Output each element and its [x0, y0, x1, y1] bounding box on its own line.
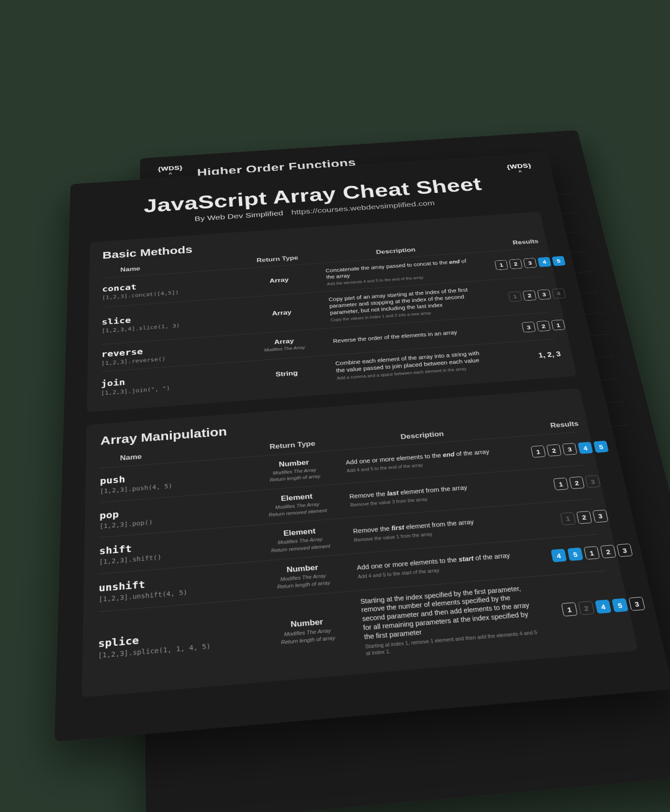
- description-cell: Remove the first element from the arrayR…: [352, 515, 518, 543]
- result-box: 2: [600, 545, 616, 559]
- result-box: 4: [595, 600, 611, 614]
- result-cell: 12453: [542, 595, 664, 618]
- result-box: 3: [585, 475, 600, 488]
- result-box: 1: [494, 260, 508, 270]
- method-cell: pop[1,2,3].pop(): [99, 499, 245, 530]
- result-box: 3: [537, 289, 551, 300]
- col-return: Return Type: [239, 253, 316, 265]
- result-boxes: 1234: [508, 288, 566, 302]
- result-box: 2: [523, 290, 537, 301]
- result-cell: 12345: [513, 439, 626, 459]
- result-box: 1: [560, 512, 576, 525]
- result-text: 1, 2, 3: [496, 347, 603, 363]
- result-box: 1: [553, 477, 568, 490]
- col-return: Return Type: [250, 438, 334, 452]
- description-cell: Copy part of an array starting at the in…: [328, 286, 479, 323]
- return-type-cell: String: [245, 368, 327, 381]
- result-box: 4: [550, 549, 567, 563]
- result-box: 2: [509, 259, 523, 269]
- description-cell: Concatenate the array passed to concat t…: [325, 258, 473, 286]
- method-cell: join[1,2,3].join(", "): [101, 369, 237, 396]
- method-cell: slice[1,2,3,4].slice(1, 3): [101, 308, 234, 334]
- description-cell: Add one or more elements to the start of…: [356, 550, 525, 580]
- result-boxes: 123: [560, 510, 608, 525]
- result-box: 5: [611, 598, 628, 613]
- return-type: String: [245, 368, 327, 381]
- return-type-cell: ElementModifies The ArrayReturn removed …: [255, 525, 344, 555]
- result-cell: 12345: [478, 255, 581, 271]
- result-boxes: 12345: [494, 256, 565, 270]
- result-box: 3: [628, 597, 645, 611]
- result-box: 3: [521, 322, 535, 333]
- description-cell: Remove the last element from the arrayRe…: [349, 480, 512, 508]
- result-box: 2: [536, 321, 550, 332]
- return-type-cell: Array: [240, 274, 318, 287]
- result-boxes: 123: [553, 475, 600, 490]
- return-type-cell: NumberModifies The ArrayReturn length of…: [261, 615, 354, 647]
- result-boxes: 12345: [530, 441, 609, 458]
- description-cell: Starting at the index specified by the f…: [360, 583, 539, 657]
- result-box: 5: [593, 441, 609, 453]
- description-cell: Add one or more elements to the end of t…: [345, 447, 506, 474]
- method-cell: reverse[1,2,3].reverse(): [101, 340, 236, 366]
- result-box: 2: [546, 444, 561, 457]
- wds-logo: {WDS}: [506, 163, 533, 175]
- section: Array ManipulationNameReturn TypeDescrip…: [82, 388, 638, 697]
- result-box: 1: [508, 291, 522, 302]
- result-box: 5: [567, 548, 583, 561]
- result-cell: 1, 2, 3: [496, 347, 603, 363]
- result-box: 1: [583, 546, 599, 560]
- result-cell: 1234: [484, 286, 589, 303]
- result-box: 5: [551, 256, 565, 266]
- return-type-cell: Array: [242, 307, 321, 319]
- wds-logo: {WDS}: [158, 165, 183, 177]
- return-type: Array: [240, 274, 318, 287]
- result-cell: 123: [525, 507, 642, 528]
- col-results: Results: [474, 236, 576, 249]
- description-cell: Combine each element of the array into a…: [335, 349, 489, 381]
- description-cell: Reverse the order of the elements in an …: [332, 327, 483, 345]
- result-cell: 123: [519, 472, 634, 493]
- result-box: 4: [577, 442, 593, 454]
- result-box: 1: [551, 319, 565, 330]
- method-cell: shift[1,2,3].shift(): [99, 534, 247, 565]
- result-box: 3: [592, 510, 608, 523]
- method-cell: push[1,2,3].push(4, 5): [99, 465, 243, 495]
- return-type-cell: ArrayModifies The Array: [244, 335, 325, 354]
- result-box: 3: [616, 543, 633, 557]
- description: Reverse the order of the elements in an …: [332, 327, 483, 345]
- return-type-cell: ElementModifies The ArrayReturn removed …: [253, 490, 341, 519]
- result-box: 2: [576, 511, 592, 524]
- section: Basic MethodsNameReturn TypeDescriptionR…: [87, 212, 577, 412]
- result-box: 4: [551, 288, 566, 299]
- col-results: Results: [509, 417, 620, 433]
- method-cell: unshift[1,2,3].unshift(4, 5): [98, 571, 249, 603]
- result-box: 2: [569, 477, 584, 489]
- result-box: 1: [561, 603, 577, 617]
- result-boxes: 12453: [561, 597, 645, 617]
- method-cell: splice[1,2,3].splice(1, 1, 4, 5): [98, 625, 252, 659]
- result-box: 4: [537, 257, 551, 267]
- result-box: 3: [523, 258, 537, 268]
- return-type: Array: [242, 307, 321, 319]
- return-type-cell: NumberModifies The ArrayReturn length of…: [251, 456, 338, 484]
- result-box: 1: [530, 445, 545, 458]
- result-boxes: 45123: [550, 543, 632, 562]
- return-type-cell: NumberModifies The ArrayReturn length of…: [257, 561, 349, 592]
- result-box: 2: [578, 601, 594, 615]
- result-boxes: 321: [521, 319, 565, 332]
- method-cell: concat[1,2,3].concat([4,5]): [102, 276, 232, 300]
- result-cell: 45123: [532, 542, 651, 564]
- result-cell: 321: [490, 318, 597, 335]
- result-box: 3: [562, 443, 577, 455]
